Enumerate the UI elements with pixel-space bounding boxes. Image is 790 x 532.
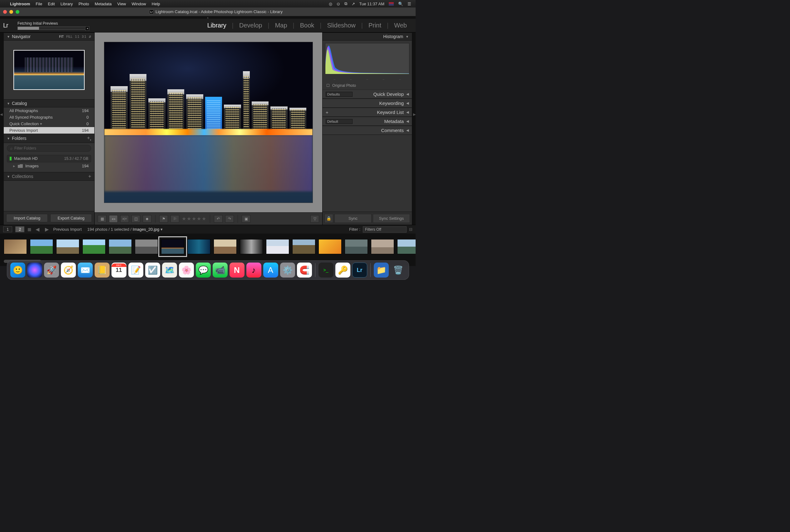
left-edge-gutter[interactable] [0,33,4,225]
slideshow-button[interactable]: ▣ [242,215,250,223]
dock-siri[interactable] [27,263,42,278]
menu-view[interactable]: View [117,2,126,6]
dock-contacts[interactable]: 📒 [95,263,110,278]
filter-select[interactable]: Filters Off [363,226,407,233]
menu-edit[interactable]: Edit [48,2,55,6]
metadata-preset[interactable]: Default [326,119,353,124]
metadata-header[interactable]: Default Metadata◀ [323,117,412,126]
dock-lightroom[interactable]: Lr [352,263,367,278]
navigator-header[interactable]: ▼ Navigator FIT FILL 1:1 3:1 ⇵ [4,33,94,41]
filmstrip-thumb[interactable] [56,239,79,254]
menu-file[interactable]: File [36,2,42,6]
collections-add-button[interactable]: + [88,174,91,179]
menu-window[interactable]: Window [132,2,146,6]
rotate-cw-button[interactable]: ↷ [225,215,234,223]
flag-reject-button[interactable]: ⚐ [170,215,179,223]
catalog-row[interactable]: All Synced Photographs0 [4,114,94,120]
module-book[interactable]: Book [295,22,320,29]
filmstrip-thumb[interactable] [187,239,210,254]
filmstrip-thumb[interactable] [4,239,27,254]
dock-preferences[interactable]: ⚙️ [280,263,295,278]
sync-lock-button[interactable]: 🔒 [324,214,333,223]
module-develop[interactable]: Develop [233,22,268,29]
comments-header[interactable]: Comments◀ [323,126,412,135]
dock-reminders[interactable]: ☑️ [145,263,160,278]
main-display-button[interactable]: 1 [3,226,12,232]
rotate-ccw-button[interactable]: ↶ [214,215,223,223]
original-photo-row[interactable]: ☐ Original Photo [323,81,412,90]
filmstrip-thumb[interactable] [292,239,315,254]
cancel-activity-button[interactable]: ✕ [85,26,89,31]
filmstrip-thumb[interactable] [240,239,263,254]
menu-library[interactable]: Library [61,2,73,6]
module-web[interactable]: Web [389,22,413,29]
keywording-header[interactable]: Keywording◀ [323,99,412,108]
catalog-row[interactable]: Previous Import194 [4,127,94,134]
spotlight-icon[interactable]: 🔍 [398,2,403,6]
export-button[interactable]: Export Catalog [50,214,92,222]
close-window-button[interactable] [3,10,7,14]
zoom-window-button[interactable] [16,10,19,14]
module-map[interactable]: Map [269,22,293,29]
add-keyword-button[interactable]: + [326,110,328,115]
control-center-icon[interactable]: ☰ [408,2,411,6]
dock-news[interactable]: N [229,263,244,278]
filmstrip-thumb[interactable] [266,239,289,254]
histogram-header[interactable]: Histogram ▼ [323,33,412,41]
nav-fill[interactable]: FILL [66,35,72,38]
dock-maps[interactable]: 🗺️ [162,263,177,278]
dock-safari[interactable]: 🧭 [61,263,76,278]
module-print[interactable]: Print [363,22,387,29]
filmstrip[interactable] [0,233,416,260]
survey-view-button[interactable]: ◫ [131,215,140,223]
filmstrip-thumb[interactable] [345,239,368,254]
quick-develop-preset[interactable]: Defaults [326,92,353,97]
folders-header[interactable]: ▼Folders +▾ [4,134,94,143]
nav-fit[interactable]: FIT [59,35,64,38]
people-view-button[interactable]: ☻ [143,215,151,223]
filmstrip-thumb[interactable] [319,239,342,254]
dock-notes[interactable]: 📝 [128,263,143,278]
filmstrip-thumb[interactable] [135,239,158,254]
nav-3to1[interactable]: 3:1 [82,35,86,38]
dock-appstore[interactable]: A [263,263,278,278]
dock-mail[interactable]: ✉️ [78,263,93,278]
filmstrip-thumb[interactable] [109,239,132,254]
filmstrip-thumb[interactable] [213,239,237,254]
input-source-icon[interactable] [389,2,394,6]
menu-photo[interactable]: Photo [78,2,89,6]
menu-help[interactable]: Help [152,2,160,6]
menubar-app-name[interactable]: Lightroom [10,2,30,6]
keyword-list-header[interactable]: + Keyword List◀ [323,108,412,117]
sync-settings-button[interactable]: Sync Settings [373,214,410,223]
filmstrip-thumb[interactable] [161,239,184,254]
module-library[interactable]: Library [202,22,232,29]
dock-itunes[interactable]: ♪ [246,263,261,278]
disclosure-icon[interactable]: ▸ [13,164,15,168]
collections-header[interactable]: ▼Collections + [4,172,94,181]
filter-lock-icon[interactable]: ⊟ [409,227,413,232]
cc-status-icon[interactable]: ◎ [329,2,332,6]
flag-pick-button[interactable]: ⚑ [159,215,168,223]
menu-extra-icon[interactable]: ↗ [352,2,355,6]
folder-row[interactable]: ▸ Images 194 [4,163,94,169]
activity-monitor[interactable]: Fetching Initial Previews ✕ [18,21,89,30]
status-icon[interactable]: ⊙ [337,2,340,6]
dock-finder[interactable]: 🙂 [10,263,25,278]
minimize-window-button[interactable] [10,10,13,14]
right-edge-gutter[interactable] [412,33,416,225]
catalog-row[interactable]: All Photographs194 [4,108,94,114]
loupe-view-button[interactable]: ▭ [109,215,118,223]
folders-filter-input[interactable]: ⌕ Filter Folders [7,145,91,152]
grid-view-button[interactable]: ▦ [98,215,107,223]
dock-magnet[interactable]: 🧲 [297,263,312,278]
menu-metadata[interactable]: Metadata [95,2,111,6]
catalog-row[interactable]: Quick Collection +0 [4,120,94,127]
go-forward-button[interactable]: ▶ [44,226,50,232]
loupe-view[interactable] [95,33,322,212]
dock-trash[interactable]: 🗑️ [391,263,406,278]
menubar-clock[interactable]: Tue 11:37 AM [359,2,384,6]
filmstrip-thumb[interactable] [397,239,416,254]
filmstrip-thumb[interactable] [30,239,53,254]
grid-icon[interactable]: ▦ [27,227,31,232]
